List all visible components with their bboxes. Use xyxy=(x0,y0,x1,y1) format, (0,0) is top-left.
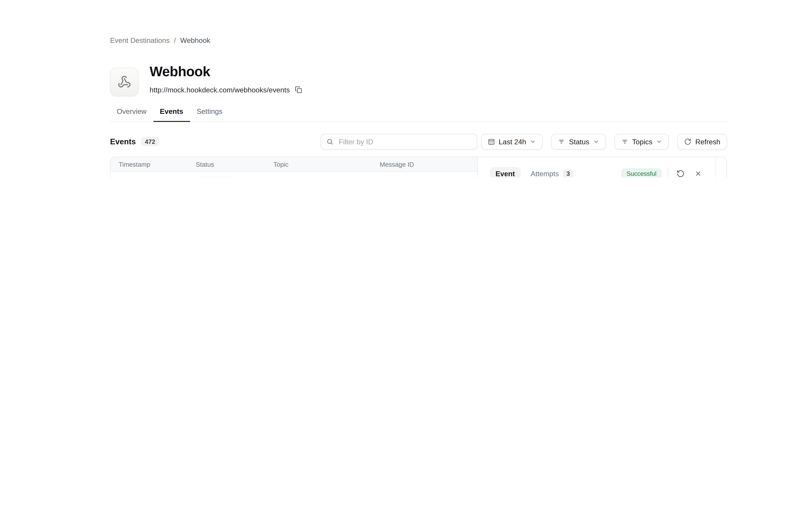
webhook-events-page: Event Destinations / Webhook Webhook htt… xyxy=(0,0,794,177)
page-tabs: OverviewEventsSettings xyxy=(110,104,727,122)
breadcrumb-parent[interactable]: Event Destinations xyxy=(110,36,170,44)
table-rows: NOV 18 10:17:22Successfuluser.createdb49… xyxy=(111,172,477,177)
attempts-count-badge: 3 xyxy=(563,169,573,177)
table-header: Timestamp Status Topic Message ID xyxy=(111,157,477,172)
filter-by-id-box xyxy=(321,134,477,150)
webhook-icon xyxy=(118,75,131,89)
col-timestamp: Timestamp xyxy=(119,161,196,168)
col-status: Status xyxy=(196,161,273,168)
status-filter-label: Status xyxy=(569,138,589,146)
topics-filter-button[interactable]: Topics xyxy=(615,134,669,150)
filter-lines-icon xyxy=(621,138,628,145)
breadcrumb: Event Destinations / Webhook xyxy=(110,36,210,44)
time-range-button[interactable]: Last 24h xyxy=(481,134,543,150)
refresh-button[interactable]: Refresh xyxy=(678,134,727,150)
toolbar-buttons: Last 24h Status Topics xyxy=(477,134,727,150)
retry-event-button[interactable] xyxy=(675,168,685,177)
refresh-icon xyxy=(684,138,692,145)
events-heading: Events 472 xyxy=(110,137,159,146)
col-topic: Topic xyxy=(273,161,380,168)
breadcrumb-current: Webhook xyxy=(180,36,210,44)
tab-settings[interactable]: Settings xyxy=(190,104,229,121)
events-container: Timestamp Status Topic Message ID NOV 18… xyxy=(110,157,727,177)
table-row[interactable]: NOV 18 10:17:22Successfuluser.createdb49… xyxy=(111,172,477,177)
events-table: Timestamp Status Topic Message ID NOV 18… xyxy=(111,157,477,177)
topics-filter-label: Topics xyxy=(632,138,653,146)
destination-url: http://mock.hookdeck.com/webhooks/events xyxy=(150,86,290,94)
attempts-label: Attempts xyxy=(531,170,559,177)
refresh-label: Refresh xyxy=(695,138,720,146)
copy-icon xyxy=(295,86,302,93)
chevron-down-icon xyxy=(530,138,536,145)
events-count-badge: 472 xyxy=(141,137,159,146)
status-filter-button[interactable]: Status xyxy=(551,134,606,150)
tab-events[interactable]: Events xyxy=(153,104,190,121)
close-icon xyxy=(695,170,702,177)
search-icon xyxy=(326,138,334,145)
page-title: Webhook xyxy=(150,64,210,79)
retry-icon xyxy=(676,170,684,177)
events-heading-label: Events xyxy=(110,137,136,146)
close-panel-button[interactable] xyxy=(693,168,703,177)
tab-overview[interactable]: Overview xyxy=(110,104,153,121)
status-badge: Successful xyxy=(196,177,235,177)
destination-url-row: http://mock.hookdeck.com/webhooks/events xyxy=(150,85,303,94)
calendar-icon xyxy=(488,138,495,145)
divider xyxy=(668,168,668,177)
destination-icon-box xyxy=(110,68,139,96)
event-view-tab[interactable]: Event xyxy=(490,167,521,177)
time-range-label: Last 24h xyxy=(499,138,526,146)
attempts-view-tab[interactable]: Attempts 3 xyxy=(531,169,573,177)
col-message-id: Message ID xyxy=(380,161,477,168)
chevron-down-icon xyxy=(656,138,662,145)
event-detail-panel: Event Attempts 3 Successful xyxy=(477,157,726,177)
breadcrumb-separator: / xyxy=(174,36,176,44)
event-status-badge: Successful xyxy=(622,168,661,177)
chevron-down-icon xyxy=(593,138,599,145)
filter-by-id-input[interactable] xyxy=(338,137,472,146)
filter-lines-icon xyxy=(558,138,565,145)
copy-url-button[interactable] xyxy=(294,85,303,94)
detail-header: Event Attempts 3 Successful xyxy=(478,157,716,177)
